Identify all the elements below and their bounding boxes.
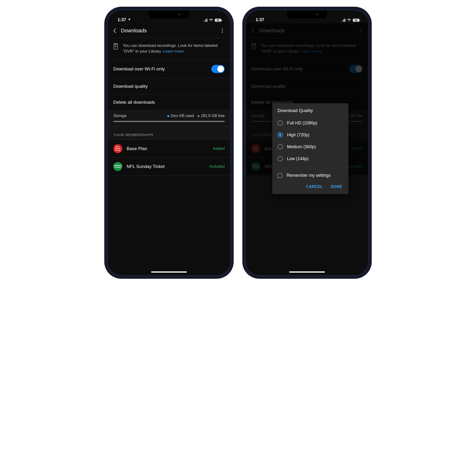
- radio-icon: [278, 156, 283, 161]
- back-button[interactable]: [109, 25, 120, 36]
- home-indicator[interactable]: [289, 272, 325, 272]
- notch: [287, 10, 327, 18]
- membership-row-base-plan[interactable]: ▶TVBASEPLAN Base Plan Added: [108, 140, 230, 158]
- phone-right: 1:37 92 Downloads: [243, 7, 371, 278]
- radio-icon: [278, 132, 283, 137]
- membership-status: Included: [210, 164, 225, 169]
- download-quality-label: Download quality: [113, 84, 148, 89]
- download-quality-dialog: Download Quality Full HD (1080p) High (7…: [272, 103, 348, 194]
- battery-icon: 92: [353, 18, 359, 22]
- remember-settings-row[interactable]: Remember my settings: [272, 169, 348, 182]
- membership-name: NFL Sunday Ticket: [127, 164, 205, 169]
- app-header: Downloads: [108, 23, 230, 38]
- overflow-menu-button[interactable]: [218, 26, 227, 35]
- wifi-only-row[interactable]: Download over Wi-Fi only: [108, 60, 230, 79]
- checkbox-icon: [278, 173, 282, 178]
- dialog-title: Download Quality: [272, 103, 348, 117]
- wifi-icon: [347, 18, 351, 22]
- storage-bar: [113, 121, 225, 122]
- radio-icon: [278, 120, 283, 126]
- done-button[interactable]: DONE: [331, 185, 342, 189]
- status-time: 1:37: [118, 17, 126, 22]
- storage-free: 291.6 GB free: [197, 114, 225, 118]
- delete-all-label: Delete all downloads: [113, 100, 155, 105]
- status-time: 1:37: [256, 17, 264, 22]
- quality-option-720p[interactable]: High (720p): [275, 129, 346, 141]
- wifi-icon: [209, 18, 213, 22]
- learn-more-link[interactable]: Learn more: [163, 49, 184, 53]
- option-label: Low (144p): [287, 156, 308, 161]
- signal-icon: [203, 18, 207, 22]
- option-label: Medium (360p): [287, 144, 316, 149]
- quality-option-360p[interactable]: Medium (360p): [275, 141, 346, 153]
- phone-left: 1:37 92 Downloads: [105, 7, 233, 278]
- storage-block: Storage Zero KB used 291.6 GB free: [108, 110, 230, 127]
- notch: [149, 10, 189, 18]
- delete-all-downloads-row[interactable]: Delete all downloads: [108, 94, 230, 110]
- download-device-icon: [113, 43, 119, 54]
- yttv-base-plan-icon: ▶TVBASEPLAN: [113, 144, 122, 153]
- membership-name: Base Plan: [127, 146, 209, 151]
- wifi-only-label: Download over Wi-Fi only: [113, 66, 165, 72]
- sunday-ticket-icon: SUNDAYTICKET: [113, 162, 122, 171]
- cancel-button[interactable]: CANCEL: [306, 185, 323, 189]
- option-label: High (720p): [287, 133, 309, 137]
- option-label: Full HD (1080p): [287, 121, 317, 126]
- page-title: Downloads: [121, 28, 218, 34]
- download-quality-row[interactable]: Download quality: [108, 79, 230, 94]
- quality-option-1080p[interactable]: Full HD (1080p): [275, 117, 346, 129]
- location-icon: [128, 17, 131, 22]
- wifi-only-toggle[interactable]: [211, 65, 225, 73]
- radio-icon: [278, 144, 283, 149]
- home-indicator[interactable]: [151, 272, 187, 272]
- info-banner: You can download recordings. Look for it…: [108, 38, 230, 60]
- membership-row-sunday-ticket[interactable]: SUNDAYTICKET NFL Sunday Ticket Included: [108, 158, 230, 176]
- storage-used: Zero KB used: [167, 114, 194, 118]
- divider: [272, 168, 348, 168]
- quality-option-144p[interactable]: Low (144p): [275, 153, 346, 165]
- membership-status: Added: [213, 146, 225, 151]
- battery-icon: 92: [215, 18, 221, 22]
- storage-label: Storage: [113, 114, 127, 118]
- memberships-section-label: YOUR MEMBERSHIPS: [108, 127, 230, 140]
- remember-label: Remember my settings: [286, 173, 331, 178]
- signal-icon: [341, 18, 345, 22]
